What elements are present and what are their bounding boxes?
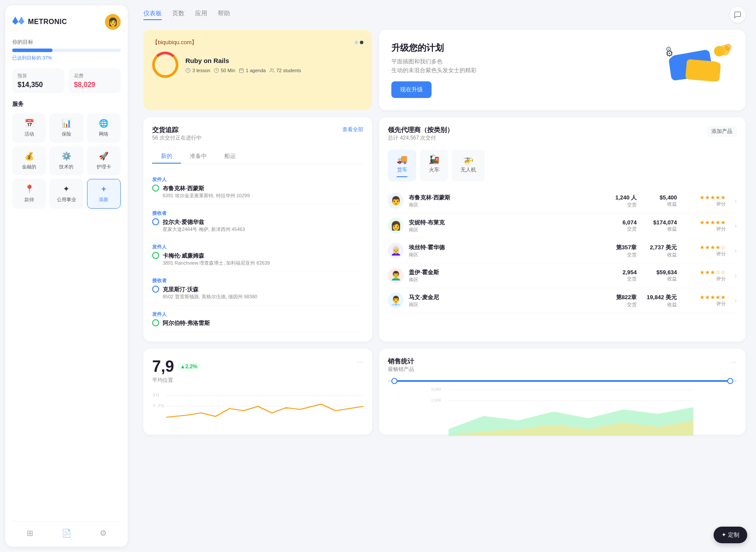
tab-pages[interactable]: 页数 bbox=[172, 10, 185, 20]
file-icon[interactable]: 📄 bbox=[62, 528, 71, 538]
delivery-name-row-2: 卡梅伦·威廉姆森 3891 Ranchview 理查森博士, 加利福尼亚州 62… bbox=[152, 252, 363, 266]
range-thumb-left[interactable] bbox=[391, 378, 397, 384]
stat-menu-icon[interactable]: ··· bbox=[357, 357, 363, 367]
agent-arrow-3[interactable]: › bbox=[735, 272, 737, 279]
agent-name-3: 盖伊·霍金斯 bbox=[409, 269, 601, 276]
tab-dashboard[interactable]: 仪表板 bbox=[143, 10, 162, 20]
agent-name-1: 安妮特·布莱克 bbox=[409, 219, 601, 227]
delivery-tab-shipping[interactable]: 船运 bbox=[216, 150, 244, 164]
course-card: 【biqubiqu.com】 Ruby on Rails 3 lesson bbox=[143, 30, 372, 110]
main-area: 仪表板 页数 应用 帮助 【biqubiqu.com】 bbox=[133, 0, 756, 552]
add-product-button[interactable]: 添加产品 bbox=[707, 126, 737, 137]
agent-info-0: 布鲁克林·西蒙斯 南区 bbox=[409, 194, 601, 208]
agent-rating-3: ★★★☆☆ 评分 bbox=[682, 269, 726, 282]
delivery-header: 交货追踪 56 次交付正在进行中 查看全部 bbox=[152, 126, 363, 148]
service-item-insurance[interactable]: 📊 保险 bbox=[49, 113, 83, 143]
layers-icon[interactable]: ⊞ bbox=[27, 528, 33, 538]
agent-tab-drone[interactable]: 🚁 无人机 bbox=[452, 150, 485, 182]
delivery-name-0: 布鲁克林·西蒙斯 bbox=[163, 185, 250, 192]
receiver-dot-1 bbox=[152, 218, 159, 225]
agent-arrow-0[interactable]: › bbox=[735, 197, 737, 204]
agent-arrow-4[interactable]: › bbox=[735, 297, 737, 304]
range-thumb-right[interactable] bbox=[727, 378, 733, 384]
agent-rows-container: 👨 布鲁克林·西蒙斯 南区 1,240 人 交货 $5,400 收益 ★★★★★… bbox=[388, 189, 737, 313]
delivery-name-4: 阿尔伯特·弗洛雷斯 bbox=[163, 319, 210, 327]
agent-region-3: 南区 bbox=[409, 276, 601, 283]
agent-money-0: $5,400 收益 bbox=[642, 194, 677, 207]
agent-tab-train[interactable]: 🚂 火车 bbox=[420, 150, 448, 182]
utility-label: 公用事业 bbox=[57, 196, 76, 203]
svg-text:10: 10 bbox=[152, 393, 159, 397]
logo-icon bbox=[12, 17, 24, 27]
sales-header: 销售统计 最畅销产品 ··· bbox=[388, 357, 737, 378]
service-item-hospitality[interactable]: 📍 款待 bbox=[12, 179, 46, 209]
service-item-activity[interactable]: 📅 活动 bbox=[12, 113, 46, 143]
add-icon: + bbox=[101, 185, 106, 194]
upgrade-card: 升级您的计划 平面插图和我们多色 生动的未混合紫色头发女士的精彩 现在升级 ⚙ bbox=[379, 30, 746, 110]
agent-transactions-2: 第357章 bbox=[606, 244, 637, 252]
agent-tab-truck[interactable]: 🚚 货车 bbox=[388, 150, 416, 182]
delivery-addr-0: 6391 埃尔金圣塞莱斯特, 特拉华州 10299 bbox=[163, 192, 250, 199]
delivery-item-0: 发件人 布鲁克林·西蒙斯 6391 埃尔金圣塞莱斯特, 特拉华州 10299 bbox=[152, 171, 363, 205]
logo-area: METRONIC bbox=[12, 17, 67, 27]
agent-rating-1: ★★★★★ 评分 bbox=[682, 219, 726, 232]
upgrade-button[interactable]: 现在升级 bbox=[391, 81, 432, 98]
agent-name-0: 布鲁克林·西蒙斯 bbox=[409, 194, 601, 202]
stat-card: 7,9 ▲2.2% 平均位置 ··· 10 7.75 bbox=[143, 349, 372, 435]
agent-row-1: 👩 安妮特·布莱克 南区 6,074 交货 $174,074 收益 ★★★★★ … bbox=[388, 213, 737, 238]
delivery-tab-new[interactable]: 新的 bbox=[152, 150, 181, 164]
svg-text:3,000: 3,000 bbox=[431, 387, 441, 391]
agent-region-1: 南区 bbox=[409, 227, 601, 233]
agent-rating-0: ★★★★★ 评分 bbox=[682, 194, 726, 207]
course-meta: 3 lesson 50 Min 1 agenda bbox=[185, 68, 301, 73]
budget-value: $14,350 bbox=[17, 81, 59, 89]
agents-title-group: 领先代理商（按类别） 总计 424,567 次交付 bbox=[388, 126, 453, 148]
stat-value-group: 7,9 ▲2.2% 平均位置 bbox=[152, 357, 200, 391]
delivery-tab-preparing[interactable]: 准备中 bbox=[181, 150, 216, 164]
mini-chart: 10 7.75 bbox=[152, 391, 363, 426]
budget-row: 预算 $14,350 花费 $8,029 bbox=[12, 68, 121, 93]
train-label: 火车 bbox=[429, 166, 439, 174]
progress-bar-bg bbox=[12, 49, 121, 52]
service-item-card[interactable]: 🚀 护理卡 bbox=[87, 146, 121, 175]
settings-icon[interactable]: ⚙ bbox=[100, 528, 107, 538]
service-item-utility[interactable]: ✦ 公用事业 bbox=[49, 179, 83, 209]
service-item-add[interactable]: + 添新 bbox=[87, 179, 121, 209]
svg-point-6 bbox=[270, 68, 272, 70]
delivery-view-all[interactable]: 查看全部 bbox=[342, 126, 363, 133]
upgrade-desc: 平面插图和我们多色 生动的未混合紫色头发女士的精彩 bbox=[391, 57, 477, 74]
agent-revenue-1: $174,074 bbox=[642, 219, 677, 226]
agent-revenue-4: 19,842 美元 bbox=[642, 293, 677, 301]
course-content: Ruby on Rails 3 lesson 50 Min bbox=[152, 52, 363, 78]
agent-money-4: 19,842 美元 收益 bbox=[642, 293, 677, 308]
agent-row-2: 👩‍🦳 埃丝特·霍华德 南区 第357章 交货 2,737 美元 收益 ★★★★… bbox=[388, 238, 737, 263]
customize-button[interactable]: ✦ 定制 bbox=[714, 527, 747, 543]
agent-stat-1: 6,074 交货 bbox=[606, 219, 637, 232]
agent-rating-label-2: 评分 bbox=[682, 251, 726, 257]
course-agenda: 1 agenda bbox=[239, 68, 266, 73]
card-icon: 🚀 bbox=[99, 151, 108, 161]
service-item-network[interactable]: 🌐 网络 bbox=[87, 113, 121, 143]
agent-rating-2: ★★★★☆ 评分 bbox=[682, 244, 726, 257]
insurance-label: 保险 bbox=[62, 131, 71, 137]
middle-row: 交货追踪 56 次交付正在进行中 查看全部 新的 准备中 船运 发件人 布鲁克 bbox=[143, 117, 746, 342]
sales-menu-icon[interactable]: ··· bbox=[730, 357, 737, 378]
budget-label: 预算 bbox=[17, 73, 59, 79]
chat-button[interactable] bbox=[730, 7, 746, 23]
agents-title: 领先代理商（按类别） bbox=[388, 126, 453, 134]
service-item-tech[interactable]: ⚙️ 技术的 bbox=[49, 146, 83, 175]
tab-help[interactable]: 帮助 bbox=[218, 10, 230, 20]
sidebar: METRONIC 👩 你的目标 已达到目标的 37% 预算 $14,350 花费… bbox=[5, 5, 128, 547]
agent-info-3: 盖伊·霍金斯 南区 bbox=[409, 269, 601, 283]
tab-apps[interactable]: 应用 bbox=[195, 10, 207, 20]
upgrade-illustration: ⚙ ⚙ bbox=[663, 44, 733, 96]
service-item-finance[interactable]: 💰 金融的 bbox=[12, 146, 46, 175]
bottom-row: 7,9 ▲2.2% 平均位置 ··· 10 7.75 bbox=[143, 349, 746, 435]
agent-trans-label-0: 交货 bbox=[606, 202, 637, 208]
activity-label: 活动 bbox=[24, 131, 34, 137]
agent-arrow-1[interactable]: › bbox=[735, 222, 737, 229]
agents-header: 领先代理商（按类别） 总计 424,567 次交付 添加产品 bbox=[388, 126, 737, 148]
agent-arrow-2[interactable]: › bbox=[735, 247, 737, 254]
agent-rating-label-4: 评分 bbox=[682, 300, 726, 307]
top-row: 【biqubiqu.com】 Ruby on Rails 3 lesson bbox=[143, 30, 746, 110]
